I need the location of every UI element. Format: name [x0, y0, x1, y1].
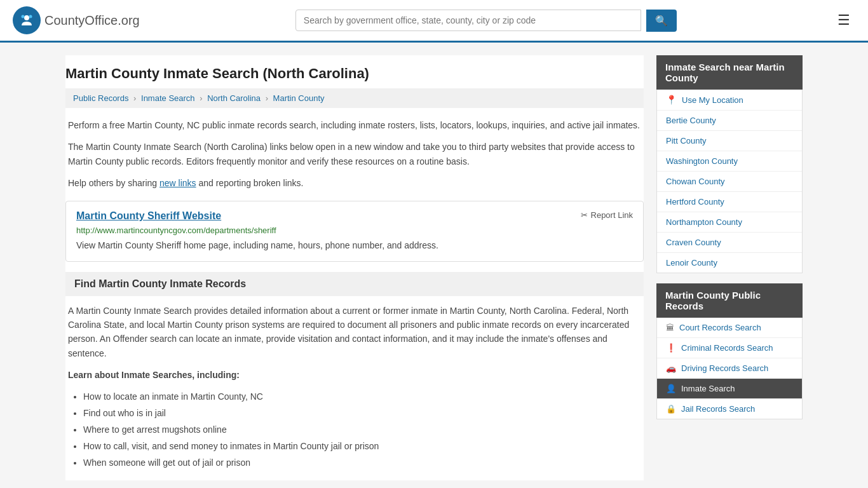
- sidebar-inmate-search[interactable]: 👤 Inmate Search: [657, 379, 802, 399]
- logo-area: CountyOffice.org: [13, 6, 140, 34]
- search-button[interactable]: 🔍: [646, 10, 677, 32]
- resource-card: Martin County Sheriff Website ✂ Report L…: [65, 201, 644, 262]
- find-records-content: A Martin County Inmate Search provides d…: [65, 296, 644, 480]
- search-input[interactable]: [295, 10, 641, 31]
- sidebar-item-washington[interactable]: Washington County: [657, 151, 802, 172]
- breadcrumb-martin-county[interactable]: Martin County: [273, 93, 325, 103]
- svg-point-2: [22, 15, 25, 18]
- person-icon: 👤: [666, 384, 676, 393]
- learn-heading: Learn about Inmate Searches, including:: [68, 368, 641, 382]
- resource-url[interactable]: http://www.martincountyncgov.com/departm…: [76, 226, 633, 235]
- sidebar-driving-records[interactable]: 🚗 Driving Records Search: [657, 358, 802, 379]
- breadcrumb: Public Records › Inmate Search › North C…: [65, 88, 644, 108]
- sidebar-public-records-header: Martin County Public Records: [656, 283, 803, 318]
- sidebar-nearby-body: 📍 Use My Location Bertie County Pitt Cou…: [656, 90, 803, 273]
- breadcrumb-public-records[interactable]: Public Records: [73, 93, 128, 103]
- description-block: Perform a free Martin County, NC public …: [65, 118, 644, 191]
- logo-text: CountyOffice.org: [44, 13, 140, 28]
- court-icon: 🏛: [666, 323, 674, 332]
- breadcrumb-inmate-search[interactable]: Inmate Search: [141, 93, 195, 103]
- breadcrumb-north-carolina[interactable]: North Carolina: [207, 93, 261, 103]
- sidebar-nearby-section: Inmate Search near Martin County 📍 Use M…: [656, 55, 803, 273]
- description-1: Perform a free Martin County, NC public …: [68, 118, 641, 132]
- logo-icon: [13, 6, 41, 34]
- find-records-title: Find Martin County Inmate Records: [74, 278, 635, 290]
- bullet-list: How to locate an inmate in Martin County…: [68, 390, 641, 470]
- sidebar-item-bertie[interactable]: Bertie County: [657, 111, 802, 131]
- sidebar-item-lenoir[interactable]: Lenoir County: [657, 253, 802, 273]
- header: CountyOffice.org 🔍 ☰: [0, 0, 868, 43]
- description-3: Help others by sharing new links and rep…: [68, 176, 641, 190]
- car-icon: 🚗: [666, 363, 676, 373]
- resource-card-header: Martin County Sheriff Website ✂ Report L…: [76, 210, 633, 222]
- sidebar: Inmate Search near Martin County 📍 Use M…: [656, 55, 803, 480]
- sidebar-item-chowan[interactable]: Chowan County: [657, 172, 802, 192]
- search-area: 🔍: [295, 10, 677, 32]
- list-item: When someone will get out of jail or pri…: [83, 456, 641, 470]
- list-item: Find out who is in jail: [83, 407, 641, 420]
- list-item: How to locate an inmate in Martin County…: [83, 390, 641, 403]
- sidebar-court-records[interactable]: 🏛 Court Records Search: [657, 318, 802, 338]
- new-links-link[interactable]: new links: [159, 178, 196, 188]
- criminal-icon: ❗: [666, 343, 676, 353]
- sidebar-item-pitt[interactable]: Pitt County: [657, 131, 802, 151]
- sidebar-use-location[interactable]: 📍 Use My Location: [657, 90, 802, 111]
- find-records-section: Find Martin County Inmate Records: [65, 272, 644, 296]
- report-link-button[interactable]: ✂ Report Link: [581, 210, 633, 220]
- sidebar-jail-records[interactable]: 🔒 Jail Records Search: [657, 399, 802, 419]
- resource-description: View Martin County Sheriff home page, in…: [76, 239, 633, 252]
- menu-button[interactable]: ☰: [832, 10, 855, 31]
- scissors-icon: ✂: [581, 210, 588, 220]
- use-my-location-link[interactable]: Use My Location: [682, 95, 743, 105]
- svg-point-1: [24, 15, 29, 20]
- description-2: The Martin County Inmate Search (North C…: [68, 140, 641, 168]
- sidebar-item-craven[interactable]: Craven County: [657, 233, 802, 253]
- location-pin-icon: 📍: [666, 95, 677, 105]
- sidebar-criminal-records[interactable]: ❗ Criminal Records Search: [657, 338, 802, 358]
- sidebar-public-records-section: Martin County Public Records 🏛 Court Rec…: [656, 283, 803, 419]
- resource-title[interactable]: Martin County Sheriff Website: [76, 210, 221, 222]
- sidebar-nearby-header: Inmate Search near Martin County: [656, 55, 803, 90]
- sidebar-public-records-body: 🏛 Court Records Search ❗ Criminal Record…: [656, 318, 803, 419]
- sidebar-item-northampton[interactable]: Northampton County: [657, 212, 802, 233]
- lock-icon: 🔒: [666, 404, 676, 414]
- page-title: Martin County Inmate Search (North Carol…: [65, 55, 644, 88]
- content-area: Martin County Inmate Search (North Carol…: [65, 55, 644, 480]
- list-item: How to call, visit, and send money to in…: [83, 440, 641, 453]
- list-item: Where to get arrest mugshots online: [83, 423, 641, 437]
- find-records-paragraph: A Martin County Inmate Search provides d…: [68, 304, 641, 361]
- svg-point-3: [29, 15, 32, 18]
- sidebar-item-hertford[interactable]: Hertford County: [657, 192, 802, 212]
- main-container: Martin County Inmate Search (North Carol…: [53, 55, 815, 480]
